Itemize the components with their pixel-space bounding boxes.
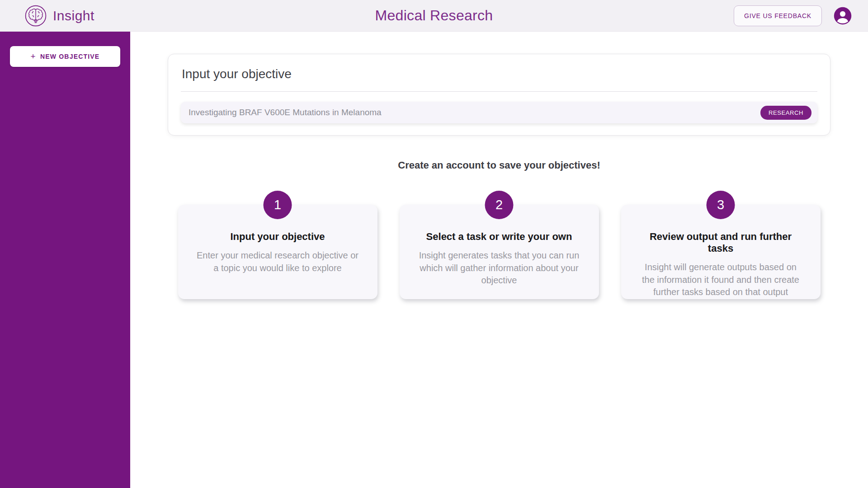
step-2-number-badge: 2 bbox=[485, 191, 514, 219]
step-2-description: Insight generates tasks that you can run… bbox=[416, 249, 583, 287]
step-3-number-badge: 3 bbox=[707, 191, 735, 219]
research-button[interactable]: RESEARCH bbox=[760, 106, 811, 120]
page-title: Medical Research bbox=[375, 7, 493, 24]
step-2-title: Select a task or write your own bbox=[416, 231, 583, 243]
step-3-description: Insight will generate outputs based on t… bbox=[637, 261, 804, 299]
user-avatar[interactable] bbox=[833, 6, 852, 25]
user-circle-icon bbox=[833, 6, 852, 25]
logo-text: Insight bbox=[53, 8, 94, 23]
main-content: Input your objective RESEARCH Create an … bbox=[130, 32, 868, 488]
header: Insight Medical Research GIVE US FEEDBAC… bbox=[0, 0, 868, 32]
step-3-title: Review output and run further tasks bbox=[637, 231, 804, 254]
step-1: 1 Input your objective Enter your medica… bbox=[178, 205, 377, 299]
divider bbox=[181, 91, 817, 92]
step-1-description: Enter your medical research objective or… bbox=[194, 249, 361, 274]
objective-input-row: RESEARCH bbox=[181, 102, 817, 123]
header-actions: GIVE US FEEDBACK bbox=[734, 5, 852, 26]
brand-logo[interactable]: Insight bbox=[24, 5, 94, 27]
step-3: 3 Review output and run further tasks In… bbox=[621, 205, 821, 299]
new-objective-button[interactable]: + NEW OBJECTIVE bbox=[10, 46, 120, 67]
step-1-number-badge: 1 bbox=[264, 191, 292, 219]
give-feedback-button[interactable]: GIVE US FEEDBACK bbox=[734, 5, 822, 26]
objective-card-heading: Input your objective bbox=[181, 67, 817, 81]
brain-logo-icon bbox=[24, 5, 47, 27]
sidebar: + NEW OBJECTIVE bbox=[0, 32, 130, 488]
signup-prompt: Create an account to save your objective… bbox=[130, 160, 868, 171]
objective-card: Input your objective RESEARCH bbox=[168, 54, 830, 136]
plus-icon: + bbox=[31, 52, 36, 61]
steps-row: 1 Input your objective Enter your medica… bbox=[130, 205, 868, 299]
objective-input[interactable] bbox=[189, 108, 760, 117]
new-objective-label: NEW OBJECTIVE bbox=[40, 53, 100, 60]
step-1-title: Input your objective bbox=[194, 231, 361, 243]
step-2: 2 Select a task or write your own Insigh… bbox=[400, 205, 599, 299]
